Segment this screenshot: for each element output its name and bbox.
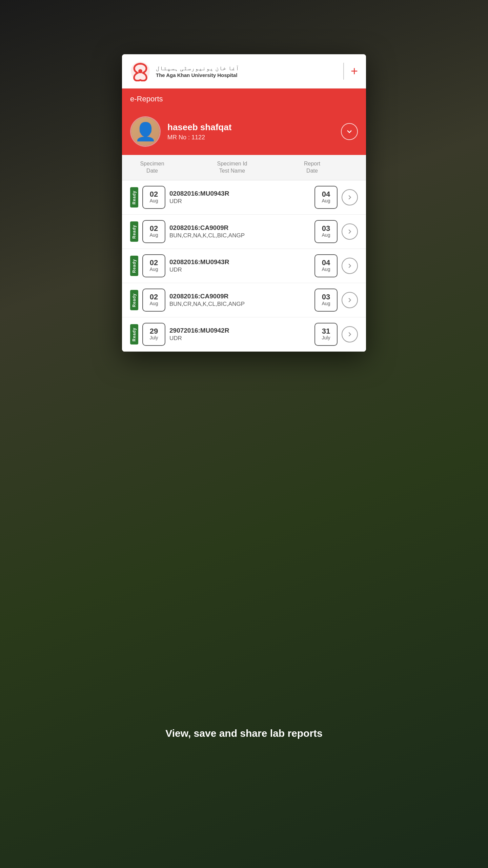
ready-badge: Ready [130,256,138,276]
specimen-date-box: 02 Aug [142,186,165,209]
report-info: 29072016:MU0942R UDR [169,327,310,342]
report-day: 04 [322,191,330,198]
header-right: + [343,63,358,80]
hospital-english-text: The Aga Khan University Hospital [156,72,239,78]
report-date-box: 03 Aug [314,289,338,312]
bottom-text: View, save and share lab reports [0,728,488,739]
specimen-day: 02 [150,293,158,301]
table-header: SpecimenDate Specimen IdTest Name Report… [122,155,366,180]
view-report-button[interactable] [342,326,358,342]
report-test: UDR [169,335,310,342]
report-month: Aug [322,232,330,238]
specimen-date-box: 29 July [142,323,165,346]
report-month: July [322,335,330,341]
specimen-day: 02 [150,191,158,198]
specimen-date-box: 02 Aug [142,289,165,312]
hospital-urdu-text: آغا خان یونیورسٹی ہسپتال [156,64,239,72]
specimen-month: Aug [150,232,158,238]
report-date-box: 31 July [314,323,338,346]
report-day: 31 [322,328,330,335]
report-id: 02082016:MU0943R [169,190,310,197]
user-name: haseeb shafqat [167,122,231,133]
report-test: BUN,CR,NA,K,CL,BIC,ANGP [169,232,310,239]
table-row: Ready 29 July 29072016:MU0942R UDR 31 Ju… [122,317,366,352]
header-left: آغا خان یونیورسٹی ہسپتال The Aga Khan Un… [130,61,239,81]
avatar-image [131,117,160,146]
specimen-month: July [150,335,158,341]
hospital-logo [130,61,150,81]
table-row: Ready 02 Aug 02082016:MU0943R UDR 04 Aug [122,180,366,215]
section-title: e-Reports [130,95,163,103]
report-date-box: 04 Aug [314,186,338,209]
user-info: haseeb shafqat MR No : 1122 [167,122,231,141]
ready-badge: Ready [130,324,138,344]
user-mr: MR No : 1122 [167,134,231,141]
report-id: 02082016:CA9009R [169,293,310,300]
table-row: Ready 02 Aug 02082016:MU0943R UDR 04 Aug [122,249,366,283]
report-date-box: 03 Aug [314,220,338,243]
avatar [130,116,161,147]
table-row: Ready 02 Aug 02082016:CA9009R BUN,CR,NA,… [122,283,366,317]
specimen-day: 29 [150,328,158,335]
view-report-button[interactable] [342,258,358,274]
svg-point-1 [138,69,142,73]
report-test: UDR [169,198,310,205]
report-id: 02082016:CA9009R [169,224,310,232]
add-button[interactable]: + [351,65,358,77]
report-day: 03 [322,225,330,232]
report-test: UDR [169,267,310,273]
table-row: Ready 02 Aug 02082016:CA9009R BUN,CR,NA,… [122,215,366,249]
ready-badge: Ready [130,290,138,310]
view-report-button[interactable] [342,223,358,240]
report-day: 04 [322,259,330,267]
col-header-specimen-id: Specimen IdTest Name [174,160,290,175]
specimen-month: Aug [150,198,158,204]
reports-list: Ready 02 Aug 02082016:MU0943R UDR 04 Aug… [122,180,366,352]
specimen-day: 02 [150,259,158,267]
report-id: 02082016:MU0943R [169,258,310,266]
report-info: 02082016:MU0943R UDR [169,190,310,205]
col-header-action [334,160,358,175]
user-bar-left: haseeb shafqat MR No : 1122 [130,116,231,147]
col-header-report-date: ReportDate [290,160,334,175]
report-day: 03 [322,293,330,301]
report-test: BUN,CR,NA,K,CL,BIC,ANGP [169,301,310,308]
header: آغا خان یونیورسٹی ہسپتال The Aga Khan Un… [122,54,366,88]
report-info: 02082016:CA9009R BUN,CR,NA,K,CL,BIC,ANGP [169,293,310,308]
specimen-date-box: 02 Aug [142,220,165,243]
view-report-button[interactable] [342,189,358,205]
specimen-day: 02 [150,225,158,232]
user-bar: haseeb shafqat MR No : 1122 [122,110,366,155]
report-month: Aug [322,198,330,204]
report-month: Aug [322,267,330,272]
header-divider [343,63,344,80]
ready-badge: Ready [130,187,138,208]
hospital-name: آغا خان یونیورسٹی ہسپتال The Aga Khan Un… [156,64,239,78]
specimen-date-box: 02 Aug [142,254,165,277]
report-date-box: 04 Aug [314,254,338,277]
specimen-month: Aug [150,301,158,307]
section-title-bar: e-Reports [122,88,366,110]
expand-user-button[interactable] [341,123,358,140]
report-info: 02082016:MU0943R UDR [169,258,310,273]
view-report-button[interactable] [342,292,358,308]
report-info: 02082016:CA9009R BUN,CR,NA,K,CL,BIC,ANGP [169,224,310,239]
col-header-specimen-date: SpecimenDate [130,160,174,175]
specimen-month: Aug [150,267,158,272]
ready-badge: Ready [130,221,138,242]
app-container: آغا خان یونیورسٹی ہسپتال The Aga Khan Un… [122,54,366,352]
report-month: Aug [322,301,330,307]
report-id: 29072016:MU0942R [169,327,310,334]
